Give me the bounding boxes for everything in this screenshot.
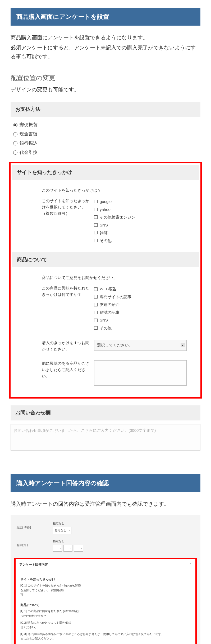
collapse-icon[interactable]: ⌃ [189,562,192,567]
payment-option-label: 銀行振込 [20,140,38,147]
section1-p1: 商品購入画面にアンケートを設置できるようになります。 [11,33,200,42]
checkbox-icon [94,239,98,242]
checkbox-icon [94,295,98,299]
checkbox-icon [94,326,98,330]
payment-option-label: 現金書留 [20,130,38,138]
survey2-q3-label: 他に興味のある商品がございましたらご記入ください。 [12,360,94,386]
section1-p2: 必須アンケートにすると、アンケート未記入での購入完了ができないようにする事も可能… [11,43,200,61]
survey1-title: サイトを知ったきっかけ [12,165,199,180]
admin-g1-q1-q: [Q.1] このサイトを知ったきっかけを選択してください。（複数回答可） [20,583,65,597]
checkbox-icon [94,200,98,203]
deliv-time-select-text: 指定なし [55,529,66,532]
deliv-date-select-d[interactable]: ▾ [74,545,83,552]
admin-g2-q1-q: [Q.1] この商品に興味を持たれたきっかけは何ですか？ [20,609,65,618]
section2-title: 購入時アンケート回答内容の確認 [11,474,200,492]
admin-g2-q2-a: 価格 [65,621,191,630]
checkbox-option[interactable]: その他 [94,324,199,332]
checkbox-icon [94,287,98,291]
section1-sub-desc: デザインの変更も可能です。 [11,85,200,94]
payment-options: 郵便振替現金書留銀行振込代金引換 [11,120,200,157]
checkbox-label: WEB広告 [100,286,117,292]
survey1-q1-options: googleyahooその他検索エンジンSNS雑誌その他 [94,198,199,244]
chevron-down-icon: ▾ [69,529,70,532]
survey1-q1-lead: このサイトを知ったきっかけは？ [12,187,104,193]
checkbox-icon [94,319,98,322]
checkbox-option[interactable]: SNS [94,221,199,229]
checkbox-icon [94,303,98,306]
section1-title: 商品購入画面にアンケートを設置 [11,8,200,26]
admin-survey-panel-title: アンケート回答内容 [19,562,48,567]
survey2-q1-lead: 商品についてご意見をお聞かせください。 [12,274,120,281]
payment-option[interactable]: 郵便振替 [11,120,200,130]
checkbox-option[interactable]: google [94,198,199,206]
payment-option[interactable]: 現金書留 [11,130,200,139]
checkbox-icon [94,223,98,227]
checkbox-label: 雑誌 [100,229,108,236]
radio-icon [13,132,17,136]
checkbox-label: google [100,198,112,205]
checkbox-icon [94,231,98,234]
checkbox-label: SNS [100,317,108,324]
admin-g2-q3-q: [Q.3] 他に興味のある商品がございましたらご記入ください。 [20,632,65,641]
section2-p1: 購入時アンケートの回答内容は受注管理画面内でも確認できます。 [11,499,200,508]
survey2-q2-label: 購入のきっかけを１つお聞かせください。 [12,340,94,352]
checkbox-label: その他検索エンジン [100,214,135,221]
survey2-q2-select-text: 選択してください。 [97,343,133,347]
radio-icon [13,150,17,155]
checkbox-option[interactable]: その他検索エンジン [94,213,199,221]
chevron-down-icon: ▾ [81,546,82,550]
payment-option-label: 郵便振替 [20,121,38,129]
checkbox-icon [94,215,98,219]
admin-g2-q1-a: 友達の紹介 [65,609,191,618]
checkbox-option[interactable]: その他 [94,237,199,245]
deliv-date-select-y[interactable]: ▾ [53,545,62,552]
checkbox-option[interactable]: WEB広告 [94,285,199,293]
admin-g1-title: サイトを知ったきっかけ [20,577,191,582]
checkbox-option[interactable]: 雑誌の記事 [94,309,199,316]
survey1-q1-label: このサイトを知ったきっかけを選択してください。（複数回答可） [12,198,94,244]
checkbox-label: 友達の紹介 [100,301,120,308]
checkbox-option[interactable]: yahoo [94,206,199,214]
survey2-q1-options: WEB広告専門サイトの記事友達の紹介雑誌の記事SNSその他 [94,285,199,332]
section1-sub-head: 配置位置の変更 [11,73,200,83]
radio-icon [13,141,17,145]
checkbox-icon [94,311,98,314]
contact-textarea[interactable]: お問い合わせ事項がございましたら、こちらにご入力ください。(3000文字まで) [11,424,200,451]
checkbox-label: その他 [100,237,112,244]
deliv-time-label: お届け時間 [16,525,48,530]
deliv-date-select-m[interactable]: ▾ [63,545,72,552]
survey2-q1-label: この商品に興味を持たれたきっかけは何ですか？ [12,285,94,332]
chevron-down-icon: ▾ [60,546,61,550]
deliv-date-static: 指定なし [53,539,83,544]
deliv-date-label: お届け日 [16,543,48,548]
radio-icon [13,123,17,127]
checkbox-option[interactable]: 雑誌 [94,229,199,237]
admin-screenshot: お届け時間 指定なし 指定なし ▾ お届け日 指定なし ▾ ▾ [11,515,200,644]
deliv-time-static: 指定なし [53,521,71,526]
survey2-q2-select[interactable]: 選択してください。 ▾ [94,340,187,351]
checkbox-icon [94,208,98,211]
payment-title: お支払方法 [11,102,200,117]
chevron-down-icon: ▾ [181,343,185,347]
payment-option[interactable]: 代金引換 [11,148,200,157]
checkbox-label: yahoo [100,206,111,213]
contact-placeholder: お問い合わせ事項がございましたら、こちらにご入力ください。(3000文字まで) [13,428,156,433]
survey-highlight-box: サイトを知ったきっかけ このサイトを知ったきっかけは？ このサイトを知ったきっか… [9,162,202,399]
payment-option[interactable]: 銀行振込 [11,139,200,148]
checkbox-option[interactable]: 友達の紹介 [94,301,199,309]
chevron-down-icon: ▾ [70,546,71,550]
admin-g1-q1-a: google,SNS [65,583,191,597]
admin-g2-q2-q: [Q.2] 購入のきっかけを１つお聞かせください。 [20,621,65,630]
deliv-time-select[interactable]: 指定なし ▾ [53,527,71,534]
contact-title: お問い合わせ欄 [11,405,200,420]
checkbox-label: SNS [100,222,108,229]
checkbox-label: 専門サイトの記事 [100,293,131,300]
checkbox-option[interactable]: 専門サイトの記事 [94,293,199,301]
admin-survey-highlight: アンケート回答内容 ⌃ サイトを知ったきっかけ [Q.1] このサイトを知ったき… [14,558,197,644]
survey2-q3-textarea[interactable] [94,360,187,386]
admin-g2-title: 商品について [20,602,191,608]
checkbox-option[interactable]: SNS [94,316,199,324]
payment-option-label: 代金引換 [20,149,38,157]
survey2-title: 商品について [12,252,199,267]
checkbox-label: その他 [100,325,112,332]
